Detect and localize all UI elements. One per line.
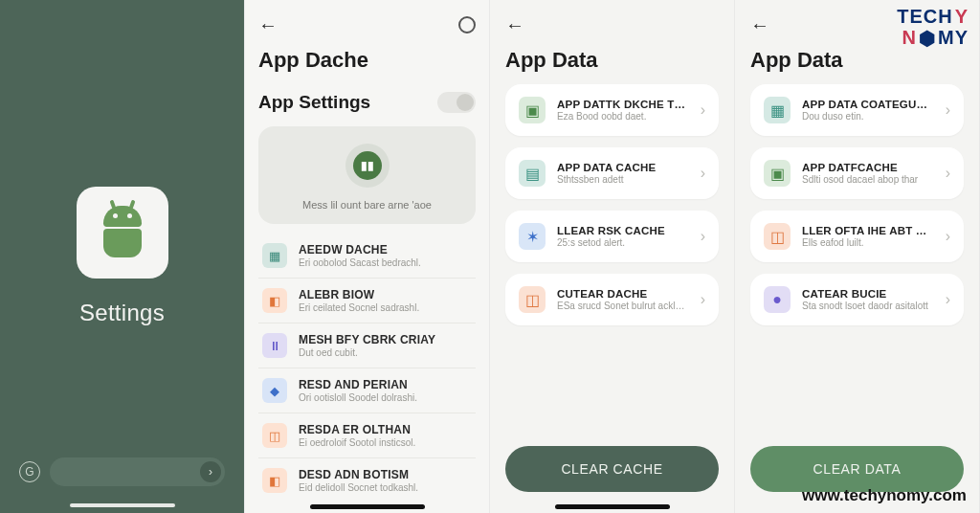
tile-icon: ◆ xyxy=(262,378,287,403)
android-icon xyxy=(96,206,149,259)
back-button[interactable]: ← xyxy=(258,14,278,36)
brand-url: www.techynomy.com xyxy=(802,486,967,505)
home-indicator xyxy=(310,504,425,509)
card-icon: ▣ xyxy=(519,97,546,123)
page-title: App Dache xyxy=(258,48,476,73)
splash-title: Settings xyxy=(79,300,165,326)
tile-icon: ▦ xyxy=(262,243,287,268)
panel-settings-splash: Settings G › xyxy=(0,0,245,513)
data-card[interactable]: ▤APP DATA CACHESthtssben adett› xyxy=(505,147,719,199)
card-icon: ▣ xyxy=(764,160,791,187)
data-card[interactable]: ●CATEAR BUCIESta snodt lsoet daodr asita… xyxy=(750,274,964,325)
card-icon: ◫ xyxy=(764,223,791,250)
list-item[interactable]: ▦AEEDW DACHEEri oobolod Sacast bedrachl. xyxy=(258,234,476,278)
chevron-right-icon: › xyxy=(701,165,705,182)
data-card[interactable]: ▣APP DATTK DKCHE TROITHEEza Bood oobd da… xyxy=(505,84,719,136)
hero-card[interactable]: ▮▮ Mess lil ount bare arne 'aoe xyxy=(258,126,476,224)
list-item[interactable]: ⏸MESH BFY CBRK CRIAYDut oed cubit. xyxy=(258,323,476,368)
chevron-right-icon: › xyxy=(946,101,950,119)
brand-logo: TECHY N⬢MY xyxy=(897,6,969,28)
data-card[interactable]: ▣APP DATFCACHESdlti osod dacael abop tha… xyxy=(750,147,964,199)
app-icon xyxy=(77,187,168,279)
panel-app-data-clear: ← App Data ▦APP DATA COATEGUS EINEDou du… xyxy=(735,0,980,513)
list-item[interactable]: ◆RESD AND PERIANOri ootisloll Soodel dol… xyxy=(258,368,476,413)
home-indicator xyxy=(70,503,175,507)
chevron-right-icon: › xyxy=(701,101,705,119)
data-card[interactable]: ◫LLER OFTA IHE ABT SLENTEElls eafod luil… xyxy=(750,211,964,262)
data-card[interactable]: ✶LLEAR RSK CACHE25:s setod alert.› xyxy=(505,211,719,262)
card-icon: ● xyxy=(764,286,791,313)
section-title: App Settings xyxy=(258,92,370,113)
card-icon: ▤ xyxy=(519,160,546,187)
tile-icon: ◫ xyxy=(262,423,287,448)
data-card[interactable]: ◫CUTEAR DACHEESa srucd Sonet bulrut ackl… xyxy=(505,274,719,325)
chevron-right-icon: › xyxy=(200,461,221,482)
list-item[interactable]: ◫RESDA ER OLTHANEi oedroloif Sootol inst… xyxy=(258,413,476,457)
chevron-right-icon: › xyxy=(946,165,950,182)
settings-toggle[interactable] xyxy=(437,92,476,113)
tile-icon: ◧ xyxy=(262,468,287,493)
chevron-right-icon: › xyxy=(701,228,705,245)
card-icon: ▦ xyxy=(764,97,791,123)
list-item[interactable]: ◧ALEBR BIOWEri ceilated Socnel sadrashl. xyxy=(258,278,476,323)
tile-icon: ◧ xyxy=(262,288,287,313)
list-item[interactable]: ◧DESD ADN BOTISMEid delidoll Socnet todk… xyxy=(258,457,476,502)
status-ring-icon xyxy=(458,16,476,33)
panel-app-data-cache: ← App Data ▣APP DATTK DKCHE TROITHEEza B… xyxy=(490,0,735,513)
hero-subtitle: Mess lil ount bare arne 'aoe xyxy=(302,199,432,211)
search-pill[interactable]: › xyxy=(50,457,225,486)
pause-icon: ▮▮ xyxy=(353,151,382,180)
google-badge-icon: G xyxy=(19,461,40,482)
home-indicator xyxy=(555,504,670,509)
tile-icon: ⏸ xyxy=(262,333,287,358)
card-icon: ✶ xyxy=(519,223,546,250)
clear-data-button[interactable]: CLEAR DATA xyxy=(750,446,964,492)
clear-cache-button[interactable]: CLEAR CACHE xyxy=(505,446,719,492)
panel-app-settings: ← App Dache App Settings ▮▮ Mess lil oun… xyxy=(245,0,490,513)
back-button[interactable]: ← xyxy=(505,14,524,36)
back-button[interactable]: ← xyxy=(750,14,769,36)
data-card[interactable]: ▦APP DATA COATEGUS EINEDou duso etin.› xyxy=(750,84,964,136)
page-title: App Data xyxy=(750,48,964,73)
card-icon: ◫ xyxy=(519,286,546,313)
chevron-right-icon: › xyxy=(946,291,950,308)
chevron-right-icon: › xyxy=(701,291,705,308)
chevron-right-icon: › xyxy=(946,228,950,245)
page-title: App Data xyxy=(505,48,719,73)
settings-list: ▦AEEDW DACHEEri oobolod Sacast bedrachl.… xyxy=(258,234,476,513)
